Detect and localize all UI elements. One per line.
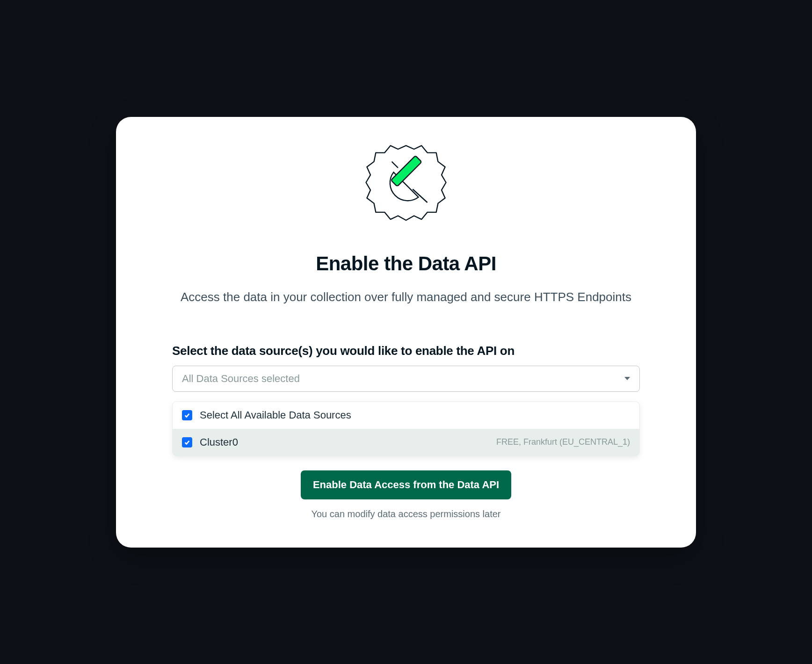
enable-data-access-button[interactable]: Enable Data Access from the Data API — [301, 470, 511, 499]
checkbox-cluster0[interactable] — [182, 437, 192, 447]
section-label: Select the data source(s) you would like… — [172, 344, 640, 358]
checkmark-icon — [184, 412, 190, 419]
caret-down-icon — [624, 377, 630, 380]
button-container: Enable Data Access from the Data API — [172, 470, 640, 499]
gear-plug-icon — [362, 140, 450, 229]
helper-text: You can modify data access permissions l… — [172, 509, 640, 520]
enable-data-api-modal: Enable the Data API Access the data in y… — [116, 117, 696, 548]
modal-subtitle: Access the data in your collection over … — [172, 288, 640, 306]
data-source-dropdown[interactable]: All Data Sources selected — [172, 366, 640, 392]
option-select-all[interactable]: Select All Available Data Sources — [173, 402, 639, 429]
option-label: Cluster0 — [200, 436, 489, 448]
dropdown-selected-text: All Data Sources selected — [182, 373, 300, 385]
dropdown-options-panel: Select All Available Data Sources Cluste… — [172, 401, 640, 456]
hero-icon-container — [172, 140, 640, 229]
checkbox-select-all[interactable] — [182, 410, 192, 420]
checkmark-icon — [184, 439, 190, 446]
option-meta: FREE, Frankfurt (EU_CENTRAL_1) — [496, 437, 630, 447]
option-cluster0[interactable]: Cluster0 FREE, Frankfurt (EU_CENTRAL_1) — [173, 429, 639, 456]
modal-title: Enable the Data API — [172, 253, 640, 275]
option-label: Select All Available Data Sources — [200, 409, 630, 421]
